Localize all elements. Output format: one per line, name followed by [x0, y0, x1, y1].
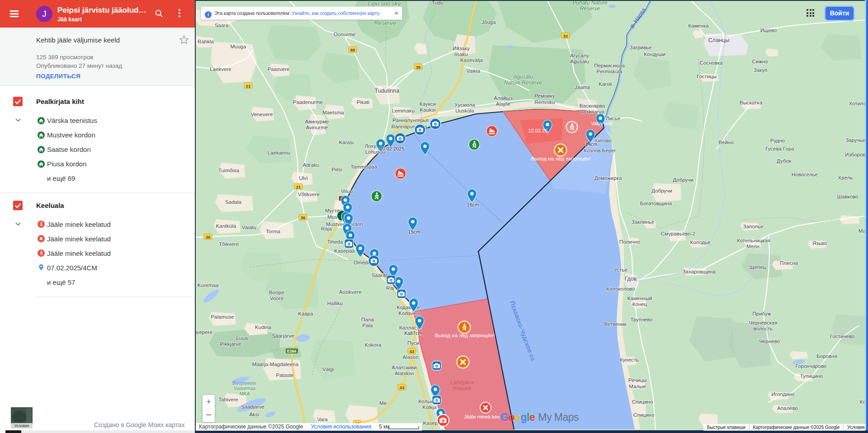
svg-text:Muuga: Muuga — [230, 44, 246, 49]
svg-text:Palamuse: Palamuse — [211, 314, 234, 320]
svg-text:Кондуши: Кондуши — [644, 52, 665, 57]
svg-text:Трутнево: Трутнево — [631, 317, 653, 322]
svg-text:32: 32 — [563, 33, 568, 38]
svg-text:Ремнику: Ремнику — [534, 93, 555, 99]
svg-text:Vooremaa: Vooremaa — [234, 386, 255, 391]
svg-text:Pikkjärve: Pikkjärve — [220, 341, 241, 347]
svg-text:Tiheda: Tiheda — [327, 239, 343, 245]
svg-text:36: 36 — [206, 235, 211, 240]
svg-text:Мелн.: Мелн. — [746, 244, 761, 249]
svg-text:Lemmaku: Lemmaku — [392, 108, 415, 113]
svg-text:Чернево: Чернево — [759, 339, 780, 344]
svg-text:Kasep: Kasep — [423, 420, 438, 426]
svg-text:Васкнарва: Васкнарва — [580, 103, 605, 108]
svg-text:21: 21 — [246, 84, 251, 89]
svg-text:Кунесть: Кунесть — [620, 357, 639, 362]
svg-text:35: 35 — [416, 65, 421, 70]
svg-text:Oonurme: Oonurme — [334, 32, 355, 37]
svg-text:Sadala: Sadala — [225, 199, 241, 205]
svg-text:Saara: Saara — [215, 23, 229, 28]
svg-text:Пуси: Пуси — [407, 340, 419, 346]
svg-text:Ийзаку: Ийзаку — [453, 46, 470, 51]
svg-text:Гусева Гора: Гусева Гора — [765, 146, 794, 151]
svg-text:Сижно: Сижно — [752, 59, 768, 64]
svg-text:Козлов Берег: Козлов Берег — [584, 148, 616, 153]
svg-text:Выскатка: Выскатка — [740, 100, 763, 105]
svg-text:Захаровщина: Захаровщина — [683, 269, 716, 274]
svg-text:Пермискюла: Пермискюла — [594, 63, 625, 68]
svg-text:Kärasi: Kärasi — [339, 140, 354, 145]
svg-text:Kudina: Kudina — [255, 325, 271, 330]
svg-text:Venevere: Venevere — [251, 112, 273, 117]
svg-text:Kall7cm: Kall7cm — [404, 330, 422, 336]
svg-text:Каменка: Каменка — [688, 23, 709, 28]
svg-text:88: 88 — [350, 47, 355, 52]
svg-text:Полично: Полично — [619, 239, 640, 245]
svg-text:16cm: 16cm — [467, 202, 479, 207]
svg-text:Малые: Малые — [629, 384, 646, 389]
svg-text:Колодье: Колодье — [690, 240, 711, 245]
svg-text:Добручи: Добручи — [673, 177, 693, 183]
svg-text:Kääpa: Kääpa — [298, 311, 313, 316]
svg-text:Ulvi: Ulvi — [299, 175, 307, 181]
svg-text:волость: волость — [754, 326, 773, 331]
svg-text:Kauksi: Kauksi — [420, 107, 436, 113]
svg-text:Щепец: Щепец — [750, 264, 766, 270]
svg-text:Спицино: Спицино — [633, 412, 655, 418]
svg-text:Tõikvere: Tõikvere — [219, 241, 239, 247]
svg-text:10.02.2025: 10.02.2025 — [379, 146, 404, 151]
svg-text:Пала: Пала — [361, 317, 374, 322]
svg-text:Каменный: Каменный — [627, 296, 652, 301]
svg-text:Богатовщина: Богатовщина — [640, 201, 672, 206]
svg-text:Jaama: Jaama — [575, 85, 590, 90]
svg-text:Torma: Torma — [266, 229, 281, 234]
svg-text:Kokora: Kokora — [365, 342, 382, 348]
svg-text:E264: E264 — [287, 349, 296, 353]
svg-text:36: 36 — [301, 215, 306, 220]
svg-text:Колоколово: Колоколово — [607, 286, 635, 292]
svg-text:Конец: Конец — [632, 301, 647, 307]
svg-text:Дубок: Дубок — [777, 158, 792, 164]
svg-text:Uusküla: Uusküla — [455, 108, 474, 113]
svg-text:Заклинье: Заклинье — [632, 219, 654, 225]
svg-text:Плесна: Плесна — [780, 260, 798, 266]
svg-text:Remniku: Remniku — [534, 99, 555, 105]
svg-text:Pikati: Pikati — [357, 99, 369, 105]
svg-text:Ме: Ме — [379, 400, 387, 406]
svg-text:Заручье: Заручье — [845, 137, 865, 143]
svg-text:Kodavere: Kodavere — [398, 311, 420, 316]
svg-text:Tudulinna: Tudulinna — [375, 88, 399, 94]
svg-text:Välgi: Välgi — [322, 367, 334, 372]
svg-text:43: 43 — [400, 385, 405, 390]
svg-text:Kasepää: Kasepää — [334, 248, 355, 254]
svg-text:Выход на лёд запрещён!: Выход на лёд запрещён! — [531, 156, 591, 161]
svg-text:Nature Reserve: Nature Reserve — [504, 80, 542, 86]
svg-text:hoiuala: hoiuala — [453, 385, 471, 391]
svg-text:Tabivere: Tabivere — [218, 397, 238, 402]
svg-text:Шавково: Шавково — [837, 194, 859, 199]
svg-text:Pala: Pala — [362, 323, 373, 328]
svg-text:Хотило: Хотило — [849, 101, 867, 106]
svg-text:Tudu: Tudu — [432, 1, 443, 5]
svg-text:Luua: Luua — [236, 335, 248, 341]
svg-text:Апалёво: Апалёво — [777, 405, 798, 411]
svg-text:Смуравьёво-2: Смуравьёво-2 — [661, 231, 695, 236]
svg-text:Гостицы: Гостицы — [697, 74, 717, 79]
svg-text:Kantküla: Kantküla — [216, 223, 236, 229]
svg-text:Ищево: Ищево — [760, 28, 777, 33]
svg-text:Авинурме: Авинурме — [305, 119, 329, 124]
svg-text:Речицы: Речицы — [628, 377, 646, 383]
svg-text:Lahepera: Lahepera — [450, 379, 474, 386]
svg-text:21: 21 — [296, 184, 301, 189]
svg-text:Язьво: Язьво — [812, 240, 827, 246]
svg-text:Jääle minek kee: Jääle minek kee — [464, 414, 500, 419]
svg-text:Reserve: Reserve — [580, 5, 600, 12]
svg-text:Каукси: Каукси — [420, 101, 436, 107]
svg-text:Reserve: Reserve — [374, 19, 396, 26]
svg-text:Ууcкюла: Ууcкюла — [454, 102, 475, 108]
svg-text:Раннапунгерья: Раннапунгерья — [392, 118, 429, 123]
svg-text:Karoli: Karoli — [599, 81, 612, 87]
svg-text:Saadjärve: Saadjärve — [241, 404, 264, 409]
svg-text:Raj: Raj — [386, 285, 394, 291]
svg-text:Гостичево: Гостичево — [830, 334, 854, 339]
